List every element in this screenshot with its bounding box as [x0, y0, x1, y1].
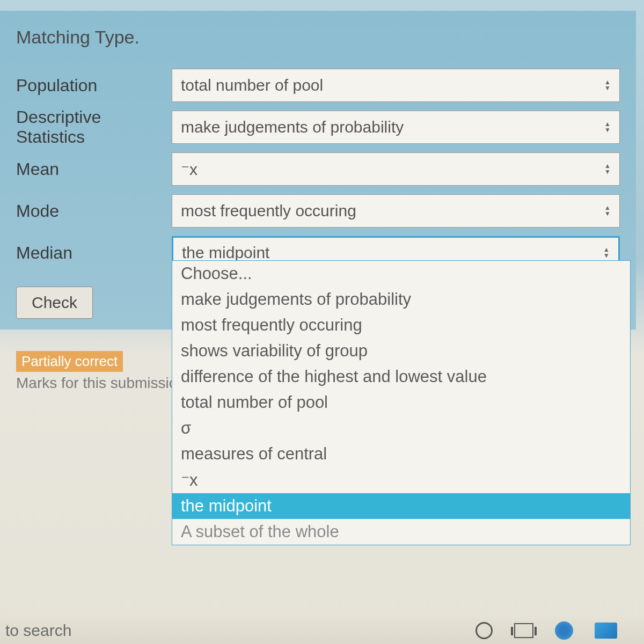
dropdown-option-selected[interactable]: the midpoint: [172, 493, 630, 519]
taskbar: to search: [0, 617, 644, 644]
check-button[interactable]: Check: [16, 287, 93, 319]
select-value: make judgements of probability: [181, 118, 404, 136]
mail-icon[interactable]: [595, 623, 617, 639]
chevron-updown-icon: ▲▼: [603, 247, 610, 259]
select-value: ⁻x: [181, 160, 197, 179]
status-badge: Partially correct: [16, 351, 123, 372]
dropdown-option[interactable]: σ: [172, 415, 630, 441]
row-label: Mode: [16, 201, 172, 221]
edge-icon[interactable]: [555, 621, 573, 640]
dropdown-option[interactable]: measures of central: [172, 441, 630, 467]
select-mean[interactable]: ⁻x ▲▼: [172, 152, 620, 186]
quiz-title: Matching Type.: [16, 27, 620, 48]
dropdown-option[interactable]: A subset of the whole: [172, 519, 630, 545]
row-label: Population: [16, 76, 172, 96]
row-label: Mean: [16, 159, 172, 179]
search-input[interactable]: to search: [5, 621, 71, 640]
dropdown-list: Choose... make judgements of probability…: [172, 260, 631, 545]
taskview-icon[interactable]: [514, 623, 533, 638]
chevron-updown-icon: ▲▼: [604, 163, 611, 175]
match-row-mode: Mode most frequently occuring ▲▼: [16, 192, 620, 230]
chevron-updown-icon: ▲▼: [604, 205, 611, 217]
select-mode[interactable]: most frequently occuring ▲▼: [172, 194, 620, 228]
dropdown-option[interactable]: difference of the highest and lowest val…: [172, 364, 630, 390]
dropdown-option[interactable]: shows variability of group: [172, 338, 630, 364]
quiz-panel: Matching Type. Population total number o…: [0, 11, 636, 330]
select-value: total number of pool: [181, 76, 323, 94]
dropdown-option[interactable]: total number of pool: [172, 390, 630, 415]
select-value: most frequently occuring: [181, 202, 356, 220]
select-descriptive[interactable]: make judgements of probability ▲▼: [172, 111, 620, 144]
row-label: Descriptive Statistics: [16, 107, 172, 147]
dropdown-option[interactable]: Choose...: [172, 261, 630, 287]
match-row-mean: Mean ⁻x ▲▼: [16, 150, 620, 188]
select-value: the midpoint: [182, 244, 269, 262]
dropdown-option[interactable]: make judgements of probability: [172, 287, 630, 312]
match-row-population: Population total number of pool ▲▼: [16, 67, 620, 104]
chevron-updown-icon: ▲▼: [604, 121, 611, 133]
chevron-updown-icon: ▲▼: [604, 79, 611, 91]
cortana-icon[interactable]: [475, 622, 493, 639]
dropdown-option[interactable]: ⁻x: [172, 467, 630, 493]
row-label: Median: [16, 243, 172, 263]
select-population[interactable]: total number of pool ▲▼: [172, 69, 620, 102]
match-row-descriptive: Descriptive Statistics make judgements o…: [16, 108, 620, 146]
dropdown-option[interactable]: most frequently occuring: [172, 312, 630, 338]
